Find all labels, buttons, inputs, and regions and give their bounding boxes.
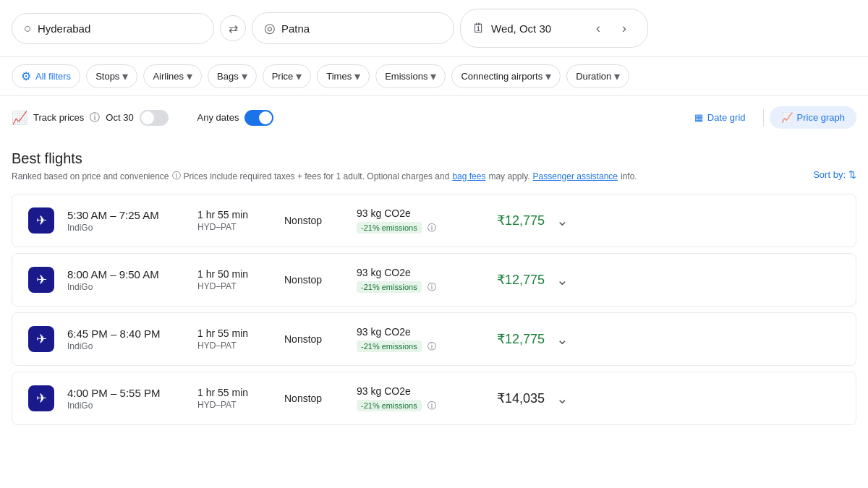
- expand-button[interactable]: ⌄: [550, 268, 574, 291]
- flight-price: ₹12,775: [472, 213, 545, 228]
- duration-text: 1 hr 55 min: [197, 387, 284, 398]
- prev-date-button[interactable]: ‹: [587, 17, 610, 40]
- date-grid-button[interactable]: ▦ Date grid: [683, 106, 757, 129]
- dest-value: Patna: [281, 22, 310, 35]
- origin-icon: ○: [24, 21, 32, 36]
- route-text: HYD–PAT: [197, 341, 284, 351]
- passenger-assistance-link[interactable]: Passenger assistance: [533, 171, 618, 181]
- all-filters-label: All filters: [35, 71, 71, 82]
- date-grid-icon: ▦: [694, 112, 703, 123]
- origin-field[interactable]: ○ Hyderabad: [12, 13, 214, 44]
- chevron-down-icon: ⌄: [556, 330, 569, 348]
- duration-label: Duration: [576, 71, 611, 82]
- flight-duration: 1 hr 55 min HYD–PAT: [197, 328, 284, 351]
- flight-stops: Nonstop: [284, 215, 357, 226]
- chevron-down-icon: ▾: [614, 69, 620, 83]
- best-flights-header: Best flights Ranked based on price and c…: [12, 139, 856, 185]
- emissions-info-icon[interactable]: ⓘ: [427, 282, 436, 292]
- best-flights-title: Best flights: [12, 150, 856, 167]
- any-dates-toggle[interactable]: [244, 110, 273, 126]
- price-text: ₹14,035: [472, 390, 545, 406]
- any-dates-section: Any dates: [197, 110, 274, 126]
- emissions-badge: -21% emissions: [357, 400, 422, 411]
- emissions-badge: -21% emissions: [357, 281, 422, 293]
- sort-icon: ⇅: [848, 169, 856, 180]
- toggle-knob: [141, 111, 154, 124]
- chevron-down-icon: ▾: [122, 69, 128, 83]
- flight-card[interactable]: ✈ 6:45 PM – 8:40 PM IndiGo 1 hr 55 min H…: [12, 312, 856, 366]
- track-prices-label: Track prices: [33, 112, 84, 123]
- flight-duration: 1 hr 55 min HYD–PAT: [197, 209, 284, 232]
- track-prices-bar: 📈 Track prices ⓘ Oct 30 Any dates ▦ Date…: [0, 96, 868, 139]
- emissions-label: Emissions: [385, 71, 427, 82]
- chevron-down-icon: ▾: [187, 69, 192, 83]
- duration-text: 1 hr 55 min: [197, 209, 284, 221]
- price-text: ₹12,775: [472, 213, 545, 228]
- price-graph-label: Price graph: [797, 112, 845, 123]
- filter-stops[interactable]: Stops ▾: [86, 64, 137, 88]
- date-field[interactable]: 🗓 Wed, Oct 30 ‹ ›: [460, 9, 648, 48]
- co2-text: 93 kg CO2e: [357, 385, 472, 397]
- chevron-down-icon: ⌄: [556, 271, 569, 288]
- flight-stops: Nonstop: [284, 333, 357, 345]
- info-icon[interactable]: ⓘ: [90, 111, 100, 124]
- filter-price[interactable]: Price ▾: [263, 64, 312, 88]
- chevron-down-icon: ⌄: [556, 390, 569, 407]
- svg-text:✈: ✈: [36, 213, 47, 228]
- stops-text: Nonstop: [284, 393, 357, 404]
- filter-bags[interactable]: Bags ▾: [208, 64, 257, 88]
- destination-field[interactable]: ◎ Patna: [252, 12, 454, 44]
- subtitle-prices: Prices include required taxes + fees for…: [184, 171, 450, 181]
- airline-name: IndiGo: [67, 401, 197, 411]
- price-graph-button[interactable]: 📈 Price graph: [770, 106, 856, 129]
- bags-label: Bags: [217, 71, 239, 82]
- sort-button[interactable]: Sort by: ⇅: [813, 169, 856, 180]
- next-date-button[interactable]: ›: [613, 17, 636, 40]
- filter-times[interactable]: Times ▾: [317, 64, 370, 88]
- price-text: ₹12,775: [472, 272, 545, 288]
- flight-card[interactable]: ✈ 4:00 PM – 5:55 PM IndiGo 1 hr 55 min H…: [12, 372, 856, 425]
- time-range: 5:30 AM – 7:25 AM: [67, 209, 197, 221]
- any-dates-label: Any dates: [197, 112, 239, 123]
- date-navigation: ‹ ›: [587, 17, 636, 40]
- duration-text: 1 hr 50 min: [197, 268, 284, 280]
- origin-value: Hyderabad: [38, 22, 90, 35]
- airline-name: IndiGo: [67, 282, 197, 292]
- emissions-info-icon[interactable]: ⓘ: [427, 223, 436, 233]
- dest-icon: ◎: [264, 20, 276, 36]
- filter-airlines[interactable]: Airlines ▾: [143, 64, 202, 88]
- expand-button[interactable]: ⌄: [550, 209, 574, 232]
- filter-connecting-airports[interactable]: Connecting airports ▾: [451, 64, 561, 88]
- flight-duration: 1 hr 50 min HYD–PAT: [197, 268, 284, 291]
- info-icon[interactable]: ⓘ: [172, 170, 181, 182]
- flight-price: ₹12,775: [472, 331, 545, 347]
- expand-button[interactable]: ⌄: [550, 328, 574, 351]
- swap-button[interactable]: ⇄: [220, 15, 246, 41]
- flight-card[interactable]: ✈ 5:30 AM – 7:25 AM IndiGo 1 hr 55 min H…: [12, 194, 856, 247]
- emissions-info-icon[interactable]: ⓘ: [427, 341, 436, 351]
- expand-button[interactable]: ⌄: [550, 387, 574, 410]
- flight-price: ₹14,035: [472, 390, 545, 406]
- filter-icon: ⚙: [21, 69, 31, 83]
- calendar-icon: 🗓: [472, 21, 485, 36]
- airlines-label: Airlines: [153, 71, 184, 82]
- track-prices-toggle[interactable]: [140, 110, 169, 126]
- track-date: Oct 30: [106, 112, 133, 123]
- date-value: Wed, Oct 30: [491, 22, 551, 35]
- flight-emissions: 93 kg CO2e -21% emissions ⓘ: [357, 385, 472, 412]
- filter-duration[interactable]: Duration ▾: [566, 64, 629, 88]
- price-label: Price: [272, 71, 294, 82]
- flight-card[interactable]: ✈ 8:00 AM – 9:50 AM IndiGo 1 hr 50 min H…: [12, 253, 856, 307]
- chevron-down-icon: ▾: [354, 69, 360, 83]
- emissions-info-icon[interactable]: ⓘ: [427, 401, 436, 411]
- view-options: ▦ Date grid 📈 Price graph: [683, 106, 856, 129]
- co2-text: 93 kg CO2e: [357, 326, 472, 338]
- filter-emissions[interactable]: Emissions ▾: [375, 64, 446, 88]
- duration-text: 1 hr 55 min: [197, 328, 284, 339]
- bag-fees-link[interactable]: bag fees: [452, 171, 485, 181]
- airline-logo: ✈: [27, 384, 56, 413]
- main-content: Best flights Ranked based on price and c…: [0, 139, 868, 442]
- chevron-down-icon: ▾: [296, 69, 302, 83]
- price-text: ₹12,775: [472, 331, 545, 347]
- all-filters-button[interactable]: ⚙ All filters: [12, 64, 80, 88]
